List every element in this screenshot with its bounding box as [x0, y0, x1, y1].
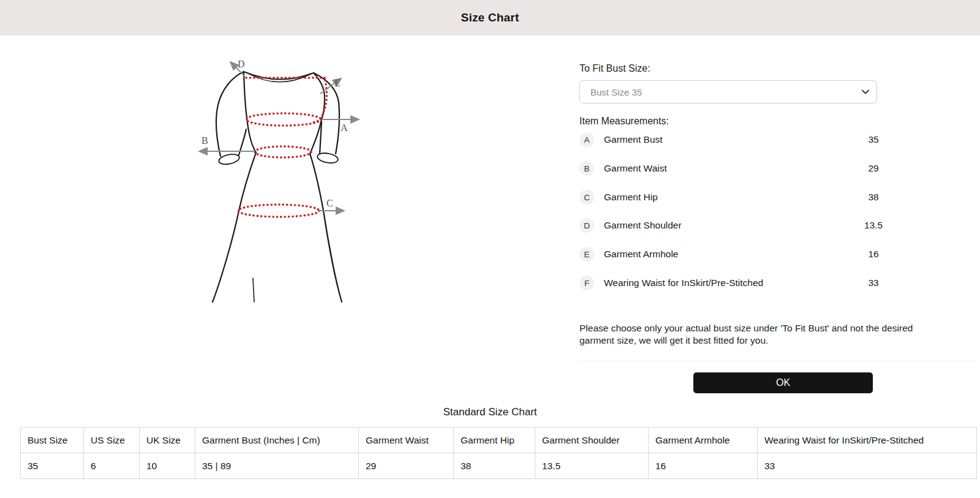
measurement-row-c: C Garment Hip 38	[579, 190, 886, 205]
dress-diagram: D E A B C	[191, 53, 375, 306]
badge-b: B	[579, 161, 594, 176]
measure-dotted-lines	[238, 78, 326, 217]
badge-d: D	[579, 218, 594, 233]
divider	[579, 361, 977, 361]
measurement-label: Garment Bust	[604, 134, 663, 145]
measurement-value: 35	[858, 134, 889, 145]
standard-size-chart-table: Bust Size US Size UK Size Garment Bust (…	[20, 427, 977, 479]
measurement-row-d: D Garment Shoulder 13.5	[579, 218, 886, 233]
measurement-label: Garment Shoulder	[604, 220, 682, 231]
item-measurements-label: Item Measurements:	[579, 116, 669, 127]
fit-note: Please choose only your actual bust size…	[579, 322, 947, 347]
cell-garment-waist: 29	[359, 453, 454, 479]
standard-size-chart-title: Standard Size Chart	[0, 406, 980, 418]
badge-e: E	[579, 247, 594, 262]
cell-wearing-waist: 33	[758, 453, 977, 479]
label-a: A	[341, 123, 348, 133]
col-garment-shoulder: Garment Shoulder	[535, 428, 649, 453]
measurement-label: Garment Armhole	[604, 249, 678, 260]
size-selector-panel: To Fit Bust Size: Bust Size 35 Item Meas…	[579, 59, 977, 406]
bust-size-select-wrap: Bust Size 35	[579, 80, 877, 104]
label-c: C	[326, 198, 333, 208]
col-bust-size: Bust Size	[21, 428, 84, 453]
cell-garment-hip: 38	[454, 453, 535, 479]
badge-f: F	[579, 276, 594, 290]
col-garment-bust: Garment Bust (Inches | Cm)	[195, 428, 359, 453]
fit-bust-label: To Fit Bust Size:	[579, 63, 650, 74]
fit-note-line2: garment size, we will get it best fitted…	[579, 335, 768, 345]
page-title: Size Chart	[461, 11, 519, 25]
cell-garment-bust: 35 | 89	[195, 453, 359, 479]
title-bar: Size Chart	[0, 0, 980, 36]
table-header-row: Bust Size US Size UK Size Garment Bust (…	[21, 428, 977, 453]
table-row: 35 6 10 35 | 89 29 38 13.5 16 33	[21, 453, 977, 479]
label-b: B	[202, 135, 208, 146]
measurement-row-b: B Garment Waist 29	[579, 161, 886, 176]
cell-garment-shoulder: 13.5	[535, 453, 649, 479]
ok-button[interactable]: OK	[693, 372, 873, 393]
measurement-label: Wearing Waist for InSkirt/Pre-Stitched	[604, 277, 763, 289]
label-d: D	[238, 59, 245, 69]
bust-size-select[interactable]: Bust Size 35	[579, 80, 877, 104]
cell-garment-armhole: 16	[649, 453, 758, 479]
col-garment-hip: Garment Hip	[454, 428, 535, 453]
col-wearing-waist: Wearing Waist for InSkirt/Pre-Stitched	[758, 428, 977, 453]
cell-uk-size: 10	[140, 453, 195, 479]
measurement-value: 13.5	[858, 220, 889, 231]
fit-note-line1: Please choose only your actual bust size…	[579, 323, 913, 333]
badge-a: A	[579, 132, 594, 147]
measurement-value: 16	[858, 249, 889, 260]
measurement-row-f: F Wearing Waist for InSkirt/Pre-Stitched…	[579, 276, 886, 290]
col-uk-size: UK Size	[140, 428, 195, 453]
cell-us-size: 6	[84, 453, 140, 479]
col-us-size: US Size	[84, 428, 140, 453]
measurement-value: 33	[858, 277, 889, 289]
measurement-value: 29	[858, 163, 889, 174]
col-garment-waist: Garment Waist	[359, 428, 454, 453]
badge-c: C	[579, 190, 594, 205]
col-garment-armhole: Garment Armhole	[649, 428, 758, 453]
measurement-value: 38	[858, 192, 889, 203]
measurement-row-e: E Garment Armhole 16	[579, 247, 886, 262]
measurement-label: Garment Hip	[604, 192, 658, 203]
measurement-row-a: A Garment Bust 35	[579, 132, 886, 147]
cell-bust-size: 35	[21, 453, 84, 479]
label-e: E	[334, 78, 341, 88]
measurement-label: Garment Waist	[604, 163, 667, 174]
dress-outline	[213, 72, 342, 302]
